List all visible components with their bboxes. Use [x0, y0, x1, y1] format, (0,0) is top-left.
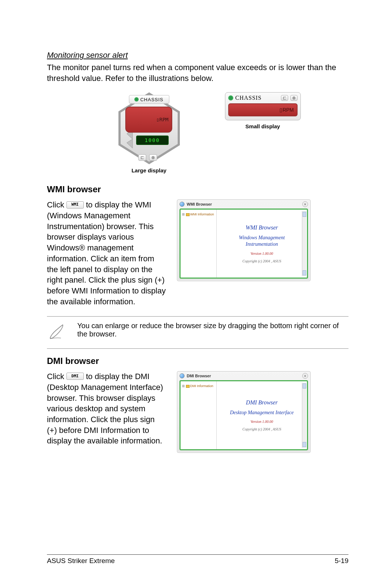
dmi-heading: DMI browser — [47, 356, 348, 366]
chassis-label: CHASSIS — [140, 97, 163, 102]
version-text: Version 1.00.00 — [251, 252, 273, 256]
copyright-text: Copyright (c) 2004 , ASUS — [242, 427, 281, 431]
panel-title: WMI Browser — [246, 224, 278, 231]
tree-root-item[interactable]: WMI Information — [182, 213, 215, 216]
chassis-small-widget: CHASSIS ⊏ ⊗ ▯RPM — [225, 92, 301, 120]
large-display-caption: Large display — [131, 167, 166, 173]
note-text: You can enlarge or reduce the browser si… — [77, 322, 348, 338]
scrollbar[interactable] — [302, 383, 306, 448]
version-text: Version 1.00.00 — [251, 420, 273, 424]
panel-title: DMI Browser — [246, 399, 278, 406]
large-display-figure: CHASSIS ▯RPM 1000 ⊏ ⊗ Large display — [117, 92, 182, 173]
content-panel: DMI Browser Desktop Management Interface… — [217, 381, 307, 449]
collapse-icon[interactable]: ⊏ — [138, 154, 146, 161]
note-block: You can enlarge or reduce the browser si… — [47, 316, 348, 349]
small-display-figure: CHASSIS ⊏ ⊗ ▯RPM Small display — [225, 92, 301, 129]
scrollbar[interactable] — [302, 211, 306, 276]
tree-root-item[interactable]: DMI Information — [182, 384, 215, 388]
threshold-lcd: 1000 — [136, 136, 169, 145]
expand-icon[interactable]: ⊏ — [281, 95, 288, 101]
footer-product: ASUS Striker Extreme — [47, 557, 115, 565]
copyright-text: Copyright (c) 2004 , ASUS — [242, 259, 281, 263]
folder-icon — [186, 385, 190, 388]
wmi-heading: WMI browser — [47, 184, 348, 194]
tree-panel[interactable]: WMI Information — [181, 210, 217, 278]
dmi-description: Click DMI to display the DMI (Desktop Ma… — [47, 371, 166, 446]
small-display-caption: Small display — [246, 123, 280, 129]
rpm-lcd-red: ▯RPM — [228, 103, 298, 116]
wmi-browser-window: WMI Browser × WMI Information WMI Browse… — [177, 199, 311, 281]
rpm-lcd-red: ▯RPM — [125, 107, 172, 133]
chassis-label-bar: CHASSIS — [129, 95, 169, 104]
close-icon[interactable]: × — [302, 201, 308, 207]
chassis-label: CHASSIS — [235, 95, 279, 101]
window-title: DMI Browser — [187, 374, 211, 378]
tree-panel[interactable]: DMI Information — [181, 381, 217, 449]
wmi-button[interactable]: WMI — [66, 201, 84, 209]
chassis-hex-widget: CHASSIS ▯RPM 1000 ⊏ ⊗ — [117, 92, 182, 164]
globe-icon — [179, 202, 185, 207]
section-title: Monitoring sensor alert — [47, 51, 348, 60]
wmi-description: Click WMI to display the WMI (Windows Ma… — [47, 199, 166, 307]
globe-icon — [179, 373, 185, 378]
close-icon[interactable]: × — [302, 373, 308, 379]
dmi-button[interactable]: DMI — [66, 373, 84, 380]
folder-icon — [186, 213, 190, 216]
rpm-label: ▯RPM — [156, 117, 169, 123]
figures-row: CHASSIS ▯RPM 1000 ⊏ ⊗ Large display CHAS… — [69, 92, 348, 173]
close-icon[interactable]: ⊗ — [149, 154, 157, 161]
fan-icon — [228, 95, 233, 100]
panel-subtitle: Desktop Management Interface — [230, 409, 294, 416]
footer-page-number: 5-19 — [335, 557, 348, 565]
fan-icon — [134, 97, 139, 102]
dmi-browser-window: DMI Browser × DMI Information DMI Browse… — [177, 371, 311, 453]
window-title: WMI Browser — [187, 202, 212, 206]
pen-icon — [47, 322, 67, 343]
close-icon[interactable]: ⊗ — [290, 95, 298, 101]
page-footer: ASUS Striker Extreme 5-19 — [47, 554, 348, 565]
rpm-label: ▯RPM — [280, 107, 294, 113]
content-panel: WMI Browser Windows Management Instrumen… — [217, 210, 307, 278]
section-body: The monitor panel turns red when a compo… — [47, 62, 348, 83]
panel-subtitle: Windows Management Instrumentation — [222, 235, 301, 248]
